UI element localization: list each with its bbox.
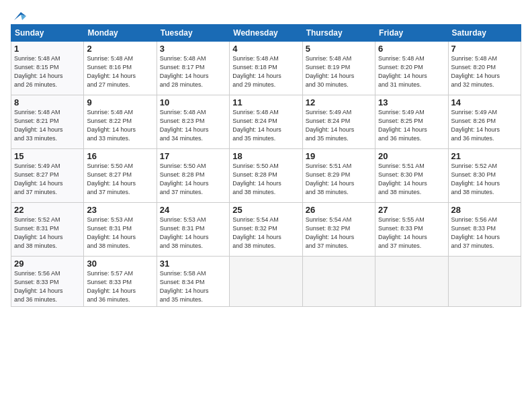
- day-number: 31: [160, 259, 226, 269]
- day-info: Sunrise: 5:54 AM Sunset: 8:32 PM Dayligh…: [306, 216, 372, 250]
- calendar-cell: 11Sunrise: 5:48 AM Sunset: 8:24 PM Dayli…: [230, 95, 302, 149]
- day-number: 10: [160, 97, 226, 107]
- calendar-cell: 1Sunrise: 5:48 AM Sunset: 8:15 PM Daylig…: [11, 42, 84, 95]
- calendar-cell: 17Sunrise: 5:50 AM Sunset: 8:28 PM Dayli…: [157, 149, 229, 203]
- calendar-cell: 5Sunrise: 5:48 AM Sunset: 8:19 PM Daylig…: [302, 42, 375, 95]
- day-info: Sunrise: 5:48 AM Sunset: 8:20 PM Dayligh…: [378, 54, 445, 89]
- day-number: 1: [14, 44, 81, 54]
- day-number: 22: [14, 205, 81, 215]
- day-info: Sunrise: 5:55 AM Sunset: 8:33 PM Dayligh…: [378, 216, 445, 250]
- day-number: 24: [160, 205, 226, 215]
- calendar-cell: 30Sunrise: 5:57 AM Sunset: 8:33 PM Dayli…: [84, 257, 157, 307]
- page-container: SundayMondayTuesdayWednesdayThursdayFrid…: [0, 0, 532, 411]
- day-number: 2: [87, 44, 153, 54]
- day-info: Sunrise: 5:48 AM Sunset: 8:19 PM Dayligh…: [306, 54, 372, 89]
- day-info: Sunrise: 5:49 AM Sunset: 8:27 PM Dayligh…: [14, 162, 81, 197]
- day-info: Sunrise: 5:53 AM Sunset: 8:31 PM Dayligh…: [160, 216, 226, 250]
- calendar-cell: 26Sunrise: 5:54 AM Sunset: 8:32 PM Dayli…: [302, 203, 375, 257]
- day-info: Sunrise: 5:56 AM Sunset: 8:33 PM Dayligh…: [451, 216, 518, 250]
- day-info: Sunrise: 5:48 AM Sunset: 8:20 PM Dayligh…: [451, 54, 518, 89]
- day-info: Sunrise: 5:48 AM Sunset: 8:18 PM Dayligh…: [232, 54, 299, 89]
- day-info: Sunrise: 5:48 AM Sunset: 8:23 PM Dayligh…: [160, 108, 226, 143]
- day-number: 15: [14, 151, 81, 161]
- calendar-cell: 29Sunrise: 5:56 AM Sunset: 8:33 PM Dayli…: [11, 257, 84, 307]
- calendar-cell: 15Sunrise: 5:49 AM Sunset: 8:27 PM Dayli…: [11, 149, 84, 203]
- day-number: 3: [160, 44, 226, 54]
- weekday-header-monday: Monday: [84, 25, 157, 42]
- day-number: 18: [232, 151, 299, 161]
- calendar-cell: [302, 257, 375, 307]
- day-number: 11: [232, 97, 299, 107]
- calendar-cell: 23Sunrise: 5:53 AM Sunset: 8:31 PM Dayli…: [84, 203, 157, 257]
- day-number: 26: [306, 205, 372, 215]
- day-number: 8: [14, 97, 81, 107]
- header: [11, 11, 521, 19]
- calendar-cell: 14Sunrise: 5:49 AM Sunset: 8:26 PM Dayli…: [448, 95, 521, 149]
- calendar-cell: [375, 257, 448, 307]
- day-number: 20: [378, 151, 445, 161]
- weekday-header-thursday: Thursday: [302, 25, 375, 42]
- calendar-cell: 28Sunrise: 5:56 AM Sunset: 8:33 PM Dayli…: [448, 203, 521, 257]
- day-number: 17: [160, 151, 226, 161]
- calendar-week-row: 15Sunrise: 5:49 AM Sunset: 8:27 PM Dayli…: [11, 149, 521, 203]
- day-info: Sunrise: 5:48 AM Sunset: 8:24 PM Dayligh…: [232, 108, 299, 143]
- calendar-cell: 4Sunrise: 5:48 AM Sunset: 8:18 PM Daylig…: [230, 42, 302, 95]
- day-number: 13: [378, 97, 445, 107]
- weekday-header-friday: Friday: [375, 25, 448, 42]
- day-info: Sunrise: 5:48 AM Sunset: 8:22 PM Dayligh…: [87, 108, 153, 143]
- calendar-cell: 27Sunrise: 5:55 AM Sunset: 8:33 PM Dayli…: [375, 203, 448, 257]
- calendar-cell: [448, 257, 521, 307]
- calendar-cell: 31Sunrise: 5:58 AM Sunset: 8:34 PM Dayli…: [157, 257, 229, 307]
- day-info: Sunrise: 5:48 AM Sunset: 8:15 PM Dayligh…: [14, 54, 81, 89]
- day-info: Sunrise: 5:51 AM Sunset: 8:30 PM Dayligh…: [378, 162, 445, 197]
- day-number: 12: [306, 97, 372, 107]
- day-info: Sunrise: 5:49 AM Sunset: 8:25 PM Dayligh…: [378, 108, 445, 143]
- day-number: 9: [87, 97, 153, 107]
- day-number: 19: [306, 151, 372, 161]
- calendar-week-row: 29Sunrise: 5:56 AM Sunset: 8:33 PM Dayli…: [11, 257, 521, 307]
- calendar-week-row: 22Sunrise: 5:52 AM Sunset: 8:31 PM Dayli…: [11, 203, 521, 257]
- day-number: 21: [451, 151, 518, 161]
- day-info: Sunrise: 5:57 AM Sunset: 8:33 PM Dayligh…: [87, 269, 153, 304]
- calendar-cell: 3Sunrise: 5:48 AM Sunset: 8:17 PM Daylig…: [157, 42, 229, 95]
- day-number: 28: [451, 205, 518, 215]
- calendar-cell: 2Sunrise: 5:48 AM Sunset: 8:16 PM Daylig…: [84, 42, 157, 95]
- calendar-cell: 19Sunrise: 5:51 AM Sunset: 8:29 PM Dayli…: [302, 149, 375, 203]
- day-number: 7: [451, 44, 518, 54]
- logo-bird-icon: [11, 11, 26, 21]
- calendar-cell: 9Sunrise: 5:48 AM Sunset: 8:22 PM Daylig…: [84, 95, 157, 149]
- calendar-cell: 8Sunrise: 5:48 AM Sunset: 8:21 PM Daylig…: [11, 95, 84, 149]
- day-info: Sunrise: 5:54 AM Sunset: 8:32 PM Dayligh…: [232, 216, 299, 250]
- weekday-header-saturday: Saturday: [448, 25, 521, 42]
- calendar-cell: 21Sunrise: 5:52 AM Sunset: 8:30 PM Dayli…: [448, 149, 521, 203]
- day-info: Sunrise: 5:49 AM Sunset: 8:26 PM Dayligh…: [451, 108, 518, 143]
- day-info: Sunrise: 5:50 AM Sunset: 8:28 PM Dayligh…: [232, 162, 299, 197]
- day-number: 29: [14, 259, 81, 269]
- calendar-cell: 25Sunrise: 5:54 AM Sunset: 8:32 PM Dayli…: [230, 203, 302, 257]
- day-number: 16: [87, 151, 153, 161]
- day-number: 23: [87, 205, 153, 215]
- day-number: 5: [306, 44, 372, 54]
- calendar-cell: 13Sunrise: 5:49 AM Sunset: 8:25 PM Dayli…: [375, 95, 448, 149]
- calendar-cell: 22Sunrise: 5:52 AM Sunset: 8:31 PM Dayli…: [11, 203, 84, 257]
- day-info: Sunrise: 5:52 AM Sunset: 8:30 PM Dayligh…: [451, 162, 518, 197]
- day-number: 14: [451, 97, 518, 107]
- day-info: Sunrise: 5:52 AM Sunset: 8:31 PM Dayligh…: [14, 216, 81, 250]
- day-info: Sunrise: 5:50 AM Sunset: 8:28 PM Dayligh…: [160, 162, 226, 197]
- day-info: Sunrise: 5:53 AM Sunset: 8:31 PM Dayligh…: [87, 216, 153, 250]
- calendar-cell: 20Sunrise: 5:51 AM Sunset: 8:30 PM Dayli…: [375, 149, 448, 203]
- day-info: Sunrise: 5:58 AM Sunset: 8:34 PM Dayligh…: [160, 269, 226, 304]
- logo: [11, 11, 26, 19]
- day-info: Sunrise: 5:48 AM Sunset: 8:17 PM Dayligh…: [160, 54, 226, 89]
- day-number: 6: [378, 44, 445, 54]
- calendar-cell: 16Sunrise: 5:50 AM Sunset: 8:27 PM Dayli…: [84, 149, 157, 203]
- calendar-cell: [230, 257, 302, 307]
- calendar-week-row: 8Sunrise: 5:48 AM Sunset: 8:21 PM Daylig…: [11, 95, 521, 149]
- calendar-cell: 10Sunrise: 5:48 AM Sunset: 8:23 PM Dayli…: [157, 95, 229, 149]
- weekday-header-sunday: Sunday: [11, 25, 84, 42]
- day-number: 30: [87, 259, 153, 269]
- day-info: Sunrise: 5:56 AM Sunset: 8:33 PM Dayligh…: [14, 269, 81, 304]
- day-info: Sunrise: 5:50 AM Sunset: 8:27 PM Dayligh…: [87, 162, 153, 197]
- calendar-header-row: SundayMondayTuesdayWednesdayThursdayFrid…: [11, 25, 521, 42]
- calendar-week-row: 1Sunrise: 5:48 AM Sunset: 8:15 PM Daylig…: [11, 42, 521, 95]
